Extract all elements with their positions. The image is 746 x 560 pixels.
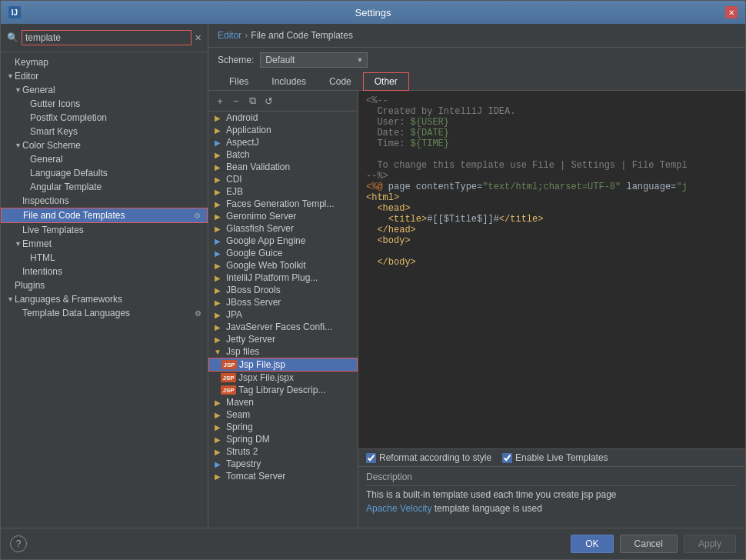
sidebar-item-language-defaults[interactable]: Language Defaults [1, 166, 208, 180]
ok-button[interactable]: OK [571, 535, 613, 553]
dialog-body: 🔍 ✕ Keymap Editor General [1, 24, 745, 528]
file-node-label: Faces Generation Templ... [226, 198, 335, 209]
options-row: Reformat according to style Enable Live … [358, 448, 745, 466]
sidebar-item-postfix[interactable]: Postfix Completion [1, 111, 208, 125]
sidebar-item-file-code-templates[interactable]: File and Code Templates ⚙ [1, 208, 208, 223]
file-node-label: Struts 2 [226, 446, 258, 457]
tab-files[interactable]: Files [218, 72, 260, 91]
apply-button[interactable]: Apply [684, 535, 736, 553]
file-node-bean-validation[interactable]: ▶ Bean Validation [208, 161, 358, 173]
folder-icon: ▶ [211, 322, 224, 332]
file-node-tomcat[interactable]: ▶ Tomcat Server [208, 470, 358, 482]
file-node-tapestry[interactable]: ▶ Tapestry [208, 458, 358, 470]
file-node-google-app[interactable]: ▶ Google App Engine [208, 235, 358, 247]
help-button[interactable]: ? [10, 535, 27, 552]
tab-includes[interactable]: Includes [260, 72, 318, 91]
scheme-select[interactable]: Default [260, 52, 368, 68]
description-text: This is a built-in template used each ti… [366, 489, 738, 500]
tab-other[interactable]: Other [363, 72, 409, 91]
cancel-button[interactable]: Cancel [620, 535, 678, 553]
file-node-google-guice[interactable]: ▶ Google Guice [208, 247, 358, 259]
code-editor[interactable]: <%-- Created by IntelliJ IDEA. User: ${U… [358, 91, 745, 448]
live-templates-checkbox-label[interactable]: Enable Live Templates [502, 452, 608, 463]
sidebar-item-label: Keymap [15, 57, 48, 68]
file-node-tag-library[interactable]: JSP Tag Library Descrip... [208, 384, 358, 396]
reformat-checkbox-label[interactable]: Reformat according to style [366, 452, 491, 463]
file-node-glassfish[interactable]: ▶ Glassfish Server [208, 222, 358, 235]
sidebar-item-live-templates[interactable]: Live Templates [1, 223, 208, 237]
file-node-jsp-file-jsp[interactable]: JSP Jsp File.jsp [208, 358, 358, 372]
sidebar-item-angular-template[interactable]: Angular Template [1, 180, 208, 194]
sidebar-item-inspections[interactable]: Inspections [1, 194, 208, 208]
sidebar-item-plugins[interactable]: Plugins [1, 278, 208, 292]
sidebar-item-smart-keys[interactable]: Smart Keys [1, 125, 208, 138]
file-node-jpa[interactable]: ▶ JPA [208, 308, 358, 321]
file-node-spring-dm[interactable]: ▶ Spring DM [208, 433, 358, 445]
file-node-android[interactable]: ▶ Android [208, 112, 358, 124]
sidebar-item-html[interactable]: HTML [1, 251, 208, 265]
add-template-button[interactable]: + [213, 94, 227, 108]
folder-icon: ▶ [211, 298, 224, 307]
tree-arrow [15, 86, 22, 94]
file-node-seam[interactable]: ▶ Seam [208, 408, 358, 421]
tld-file-icon: JSP [221, 385, 236, 395]
file-node-intellij[interactable]: ▶ IntelliJ Platform Plug... [208, 272, 358, 284]
sidebar-item-template-data-languages[interactable]: Template Data Languages ⚙ [1, 306, 208, 320]
description-link[interactable]: Apache Velocity [366, 503, 431, 514]
folder-icon: ▶ [211, 248, 224, 258]
file-node-jboss-drools[interactable]: ▶ JBoss Drools [208, 284, 358, 296]
file-node-struts2[interactable]: ▶ Struts 2 [208, 445, 358, 458]
file-node-faces[interactable]: ▶ Faces Generation Templ... [208, 198, 358, 210]
sidebar-tree: Keymap Editor General Gutter Icons [1, 52, 208, 528]
sidebar-item-label: File and Code Templates [23, 210, 125, 221]
file-tree-panel: + − ⧉ ↺ ▶ Android ▶ Application [208, 91, 358, 528]
breadcrumb: Editor › File and Code Templates [208, 24, 745, 48]
sidebar-item-intentions[interactable]: Intentions [1, 265, 208, 278]
file-node-label: Batch [226, 149, 250, 160]
file-node-aspectj[interactable]: ▶ AspectJ [208, 136, 358, 148]
file-node-cdi[interactable]: ▶ CDI [208, 173, 358, 185]
sidebar-item-emmet[interactable]: Emmet [1, 237, 208, 251]
file-node-spring[interactable]: ▶ Spring [208, 421, 358, 433]
file-node-batch[interactable]: ▶ Batch [208, 148, 358, 161]
copy-template-button[interactable]: ⧉ [245, 94, 259, 108]
folder-icon: ▶ [211, 236, 224, 245]
file-node-jboss-server[interactable]: ▶ JBoss Server [208, 296, 358, 308]
folder-icon: ▶ [211, 398, 224, 407]
clear-icon[interactable]: ✕ [195, 33, 201, 43]
reformat-checkbox[interactable] [366, 453, 376, 463]
file-node-google-web[interactable]: ▶ Google Web Toolkit [208, 259, 358, 272]
file-tree-toolbar: + − ⧉ ↺ [208, 91, 358, 112]
folder-icon: ▶ [211, 187, 224, 196]
breadcrumb-parent[interactable]: Editor [218, 30, 241, 41]
description-title: Description [366, 472, 738, 482]
live-templates-checkbox[interactable] [502, 453, 512, 463]
file-node-jsp-files[interactable]: ▼ Jsp files [208, 345, 358, 358]
file-node-application[interactable]: ▶ Application [208, 124, 358, 136]
tree-arrow [7, 295, 15, 303]
sidebar-item-gutter-icons[interactable]: Gutter Icons [1, 97, 208, 111]
settings-icon: ⚙ [194, 212, 201, 220]
restore-template-button[interactable]: ↺ [261, 94, 275, 108]
file-node-jetty[interactable]: ▶ Jetty Server [208, 333, 358, 345]
file-node-label: Spring DM [226, 434, 270, 445]
file-node-jspx-file[interactable]: JSP Jspx File.jspx [208, 372, 358, 384]
tab-code[interactable]: Code [318, 72, 363, 91]
file-node-geronimo[interactable]: ▶ Geronimo Server [208, 210, 358, 222]
sidebar-item-color-scheme[interactable]: Color Scheme [1, 138, 208, 152]
code-panel: <%-- Created by IntelliJ IDEA. User: ${U… [358, 91, 745, 528]
file-node-jsf[interactable]: ▶ JavaServer Faces Confi... [208, 321, 358, 333]
file-node-maven[interactable]: ▶ Maven [208, 396, 358, 408]
sidebar-item-color-general[interactable]: General [1, 152, 208, 166]
sidebar-item-keymap[interactable]: Keymap [1, 55, 208, 69]
file-node-label: Maven [226, 397, 254, 408]
close-button[interactable]: ✕ [725, 6, 738, 18]
sidebar-item-label: Angular Template [30, 182, 102, 192]
file-node-ejb[interactable]: ▶ EJB [208, 185, 358, 198]
file-node-label: AspectJ [226, 137, 259, 148]
search-input[interactable] [22, 30, 191, 45]
sidebar-item-general[interactable]: General [1, 83, 208, 97]
sidebar-item-languages-frameworks[interactable]: Languages & Frameworks [1, 292, 208, 306]
remove-template-button[interactable]: − [229, 94, 243, 108]
sidebar-item-editor[interactable]: Editor [1, 69, 208, 83]
